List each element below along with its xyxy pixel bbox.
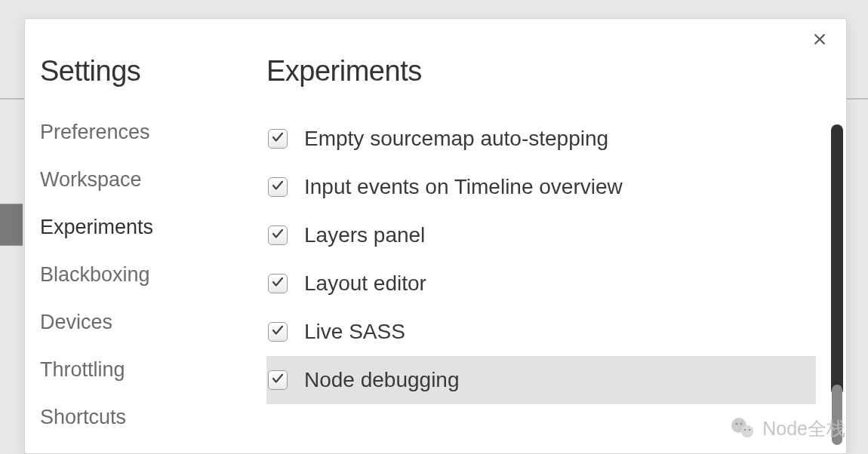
svg-point-3 bbox=[741, 425, 753, 437]
checkmark-icon bbox=[271, 372, 285, 388]
experiment-row: Layout editor bbox=[266, 259, 816, 308]
sidebar-item-label: Shortcuts bbox=[40, 406, 126, 428]
checkmark-icon bbox=[271, 227, 285, 244]
experiment-row: Empty sourcemap auto-stepping bbox=[266, 115, 816, 163]
experiment-checkbox[interactable] bbox=[268, 322, 288, 342]
experiment-label: Input events on Timeline overview bbox=[304, 175, 623, 199]
watermark-text: Node全栈 bbox=[762, 416, 845, 441]
experiment-row: Live SASS bbox=[266, 308, 816, 356]
checkmark-icon bbox=[271, 179, 285, 195]
settings-sidebar: Settings Preferences Workspace Experimen… bbox=[25, 19, 221, 453]
experiment-checkbox[interactable] bbox=[268, 177, 288, 197]
experiment-checkbox[interactable] bbox=[268, 274, 288, 293]
sidebar-item-label: Preferences bbox=[40, 121, 150, 143]
watermark: Node全栈 bbox=[729, 415, 845, 442]
experiment-row: Input events on Timeline overview bbox=[266, 163, 816, 211]
experiment-label: Layout editor bbox=[304, 271, 426, 296]
checkmark-icon bbox=[271, 275, 285, 292]
background-tab-indicator bbox=[0, 204, 23, 246]
svg-point-6 bbox=[744, 429, 746, 431]
sidebar-item-throttling[interactable]: Throttling bbox=[40, 346, 206, 394]
sidebar-item-blackboxing[interactable]: Blackboxing bbox=[40, 251, 206, 299]
settings-panel: Settings Preferences Workspace Experimen… bbox=[24, 18, 847, 454]
svg-point-7 bbox=[749, 429, 750, 431]
experiment-checkbox[interactable] bbox=[268, 129, 288, 149]
close-icon bbox=[812, 32, 827, 50]
sidebar-item-devices[interactable]: Devices bbox=[40, 299, 206, 346]
checkmark-icon bbox=[271, 130, 285, 147]
experiment-label: Node debugging bbox=[304, 368, 460, 392]
svg-point-4 bbox=[736, 423, 738, 425]
main-content: Experiments Empty sourcemap auto-steppin… bbox=[221, 19, 846, 453]
sidebar-item-workspace[interactable]: Workspace bbox=[40, 156, 206, 204]
scrollbar-thumb[interactable] bbox=[831, 124, 843, 396]
experiment-label: Layers panel bbox=[304, 223, 425, 247]
main-title: Experiments bbox=[266, 55, 816, 87]
sidebar-title: Settings bbox=[40, 55, 206, 87]
experiment-row: Node debugging bbox=[266, 356, 816, 404]
close-button[interactable] bbox=[808, 29, 831, 52]
sidebar-item-label: Blackboxing bbox=[40, 263, 150, 286]
sidebar-item-label: Devices bbox=[40, 311, 112, 333]
wechat-icon bbox=[729, 415, 756, 442]
sidebar-item-label: Experiments bbox=[40, 216, 153, 238]
sidebar-item-preferences[interactable]: Preferences bbox=[40, 109, 206, 156]
checkmark-icon bbox=[271, 324, 285, 340]
experiment-checkbox[interactable] bbox=[268, 225, 288, 245]
experiment-row: Layers panel bbox=[266, 211, 816, 259]
experiment-label: Empty sourcemap auto-stepping bbox=[304, 127, 608, 151]
experiment-label: Live SASS bbox=[304, 320, 405, 344]
experiment-checkbox[interactable] bbox=[268, 370, 288, 390]
sidebar-item-label: Throttling bbox=[40, 358, 125, 381]
svg-point-5 bbox=[740, 423, 743, 425]
sidebar-item-shortcuts[interactable]: Shortcuts bbox=[40, 394, 206, 441]
sidebar-item-label: Workspace bbox=[40, 168, 142, 191]
sidebar-item-experiments[interactable]: Experiments bbox=[40, 204, 206, 251]
